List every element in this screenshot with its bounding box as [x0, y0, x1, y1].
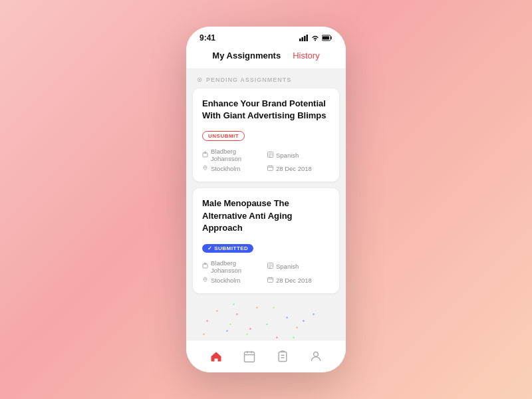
- svg-point-4: [315, 40, 316, 41]
- calendar-icon: [243, 350, 256, 363]
- svg-rect-14: [268, 166, 273, 171]
- svg-point-13: [205, 167, 206, 168]
- clipboard-nav[interactable]: [273, 347, 292, 366]
- agency-1: Bladberg Johansson: [202, 148, 265, 162]
- date-1: 28 Dec 2018: [267, 165, 330, 172]
- assignment-card-2[interactable]: Male Menopause The Alternative Anti Agin…: [193, 188, 339, 293]
- wifi-icon: [311, 35, 319, 41]
- svg-rect-33: [279, 352, 287, 361]
- svg-rect-25: [268, 277, 273, 282]
- section-header: ⊗ PENDING ASSIGNMENTS: [186, 69, 346, 88]
- history-tab[interactable]: History: [293, 51, 319, 61]
- my-assignments-tab[interactable]: My Assignments: [212, 51, 281, 61]
- content-area: ⊗ PENDING ASSIGNMENTS Enhance Your Brand…: [186, 69, 346, 340]
- location-icon-1: [202, 165, 208, 172]
- svg-rect-1: [302, 37, 304, 41]
- pending-icon: ⊗: [197, 76, 202, 83]
- phone-frame: 9:41 My Assign: [186, 27, 346, 372]
- status-bar: 9:41: [186, 27, 346, 47]
- assignment-title-2: Male Menopause The Alternative Anti Agin…: [202, 198, 330, 234]
- battery-icon: [322, 35, 332, 41]
- svg-rect-3: [307, 35, 309, 41]
- svg-point-36: [314, 352, 319, 356]
- date-icon-1: [267, 165, 273, 172]
- user-icon: [309, 350, 323, 363]
- location-icon-2: [202, 277, 208, 284]
- assignment-card-1[interactable]: Enhance Your Brand Potential With Giant …: [193, 88, 339, 182]
- svg-rect-0: [299, 39, 301, 41]
- submitted-badge[interactable]: ✓ SUBMITTED: [202, 244, 253, 253]
- language-2: Spanish: [267, 259, 330, 274]
- section-title: PENDING ASSIGNMENTS: [206, 76, 291, 83]
- svg-rect-29: [245, 352, 255, 362]
- unsubmit-badge[interactable]: UNSUBMIT: [202, 131, 245, 141]
- language-1: Spanish: [267, 148, 330, 162]
- user-nav[interactable]: [307, 347, 325, 366]
- status-icons: [299, 35, 332, 41]
- header: My Assignments History: [186, 47, 346, 69]
- language-icon-1: [267, 152, 273, 159]
- svg-rect-6: [323, 37, 329, 40]
- bottom-nav: [186, 340, 346, 372]
- location-2: Stockholm: [202, 277, 265, 284]
- agency-2: Bladberg Johansson: [202, 259, 265, 274]
- decorative-dots: [193, 300, 339, 340]
- svg-rect-2: [304, 36, 306, 41]
- calendar-nav[interactable]: [240, 347, 259, 366]
- home-nav[interactable]: [207, 347, 225, 366]
- language-icon-2: [267, 263, 273, 270]
- status-time: 9:41: [200, 33, 215, 43]
- signal-icon: [299, 35, 309, 41]
- assignment-title-1: Enhance Your Brand Potential With Giant …: [202, 98, 330, 122]
- agency-icon-2: [202, 263, 208, 270]
- date-2: 28 Dec 2018: [267, 277, 330, 284]
- svg-point-24: [205, 278, 206, 279]
- card-meta-2: Bladberg Johansson Spanish: [202, 259, 330, 284]
- clipboard-icon: [276, 350, 289, 363]
- date-icon-2: [267, 277, 273, 284]
- card-meta-1: Bladberg Johansson Spanish: [202, 148, 330, 172]
- agency-icon-1: [202, 152, 208, 159]
- home-icon: [209, 350, 223, 363]
- location-1: Stockholm: [202, 165, 265, 172]
